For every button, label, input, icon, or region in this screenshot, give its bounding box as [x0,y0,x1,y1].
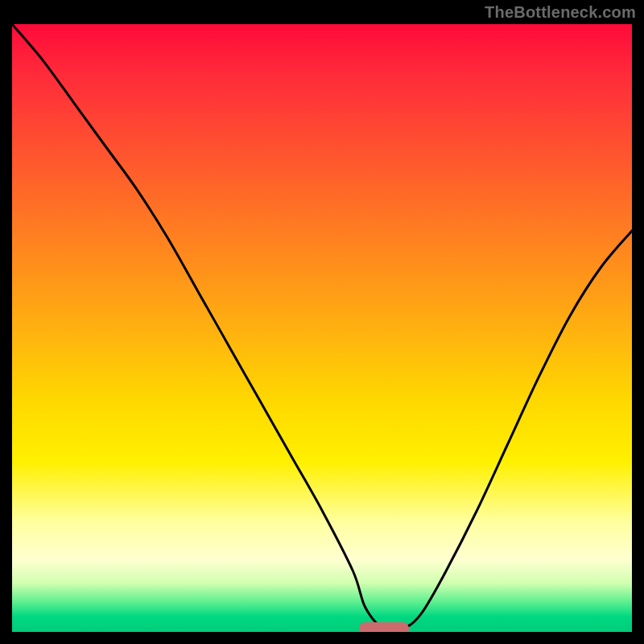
plot-area [12,24,632,632]
watermark-text: TheBottleneck.com [485,3,636,22]
chart-frame: TheBottleneck.com [0,0,644,644]
optimal-range-marker [359,622,409,632]
bottleneck-curve [12,24,632,632]
